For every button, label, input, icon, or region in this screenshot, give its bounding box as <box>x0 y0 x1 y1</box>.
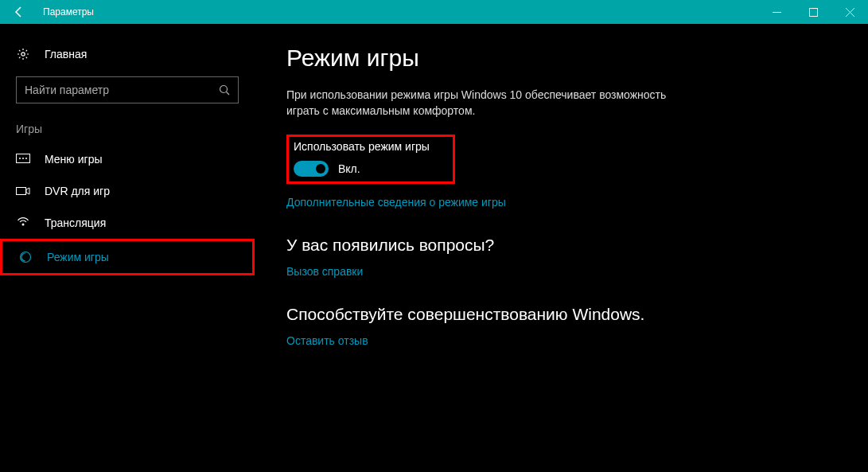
minimize-button[interactable] <box>758 0 795 24</box>
page-description: При использовании режима игры Windows 10… <box>286 88 684 119</box>
sidebar-item-label: Трансляция <box>45 216 106 229</box>
toggle-label: Использовать режим игры <box>294 140 448 153</box>
content-area: Главная Игры Меню игры DVR для игр <box>0 24 868 472</box>
questions-heading: У вас появились вопросы? <box>286 236 836 255</box>
search-icon <box>219 84 230 96</box>
page-title: Режим игры <box>286 45 836 72</box>
svg-point-12 <box>22 224 25 226</box>
window-title: Параметры <box>38 6 758 18</box>
window-controls <box>758 0 868 24</box>
game-mode-icon <box>18 251 33 263</box>
feedback-link[interactable]: Оставить отзыв <box>286 334 368 347</box>
sidebar-item-game-dvr[interactable]: DVR для игр <box>0 175 255 207</box>
svg-point-4 <box>21 53 25 56</box>
learn-more-link[interactable]: Дополнительные сведения о режиме игры <box>286 196 506 209</box>
svg-line-6 <box>227 92 230 96</box>
search-box[interactable] <box>16 76 239 103</box>
sidebar-item-game-bar[interactable]: Меню игры <box>0 143 255 175</box>
dvr-icon <box>16 185 30 197</box>
sidebar-item-label: Режим игры <box>47 251 109 263</box>
sidebar-item-label: Меню игры <box>45 153 103 166</box>
help-link[interactable]: Вызов справки <box>286 265 363 278</box>
game-bar-icon <box>16 154 30 165</box>
gear-icon <box>16 48 30 60</box>
toggle-knob <box>316 164 325 174</box>
maximize-icon <box>809 8 818 17</box>
sidebar: Главная Игры Меню игры DVR для игр <box>0 24 255 472</box>
main-panel: Режим игры При использовании режима игры… <box>255 24 868 472</box>
home-link[interactable]: Главная <box>0 40 255 68</box>
broadcast-icon <box>16 216 30 229</box>
sidebar-item-game-mode[interactable]: Режим игры <box>0 239 255 275</box>
sidebar-item-label: DVR для игр <box>45 185 110 197</box>
game-mode-toggle-block: Использовать режим игры Вкл. <box>286 135 455 184</box>
home-label: Главная <box>45 48 87 60</box>
svg-rect-11 <box>17 188 26 195</box>
svg-point-5 <box>220 86 228 93</box>
feedback-heading: Способствуйте совершенствованию Windows. <box>286 305 836 324</box>
back-button[interactable] <box>0 0 38 24</box>
toggle-state: Вкл. <box>338 162 360 175</box>
svg-point-8 <box>19 158 21 159</box>
svg-point-9 <box>22 158 24 159</box>
svg-rect-1 <box>809 8 817 16</box>
minimize-icon <box>773 8 781 17</box>
toggle-row: Вкл. <box>294 161 448 177</box>
svg-point-10 <box>25 158 27 159</box>
maximize-button[interactable] <box>795 0 831 24</box>
category-label: Игры <box>0 123 255 143</box>
search-input[interactable] <box>25 84 219 96</box>
arrow-left-icon <box>13 6 25 18</box>
game-mode-toggle[interactable] <box>294 161 329 177</box>
titlebar: Параметры <box>0 0 868 24</box>
close-icon <box>846 8 854 17</box>
sidebar-item-broadcasting[interactable]: Трансляция <box>0 207 255 239</box>
close-button[interactable] <box>831 0 868 24</box>
